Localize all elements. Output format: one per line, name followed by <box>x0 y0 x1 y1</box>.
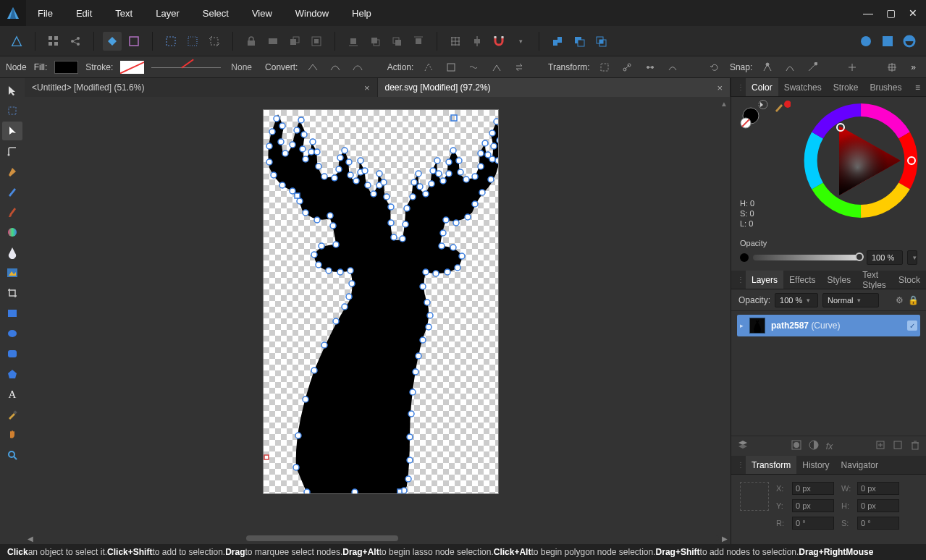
stroke-swatch[interactable] <box>120 61 144 74</box>
trash-icon[interactable] <box>910 440 920 452</box>
symbol-icon[interactable] <box>103 32 122 51</box>
ellipse-tool-icon[interactable] <box>2 324 22 343</box>
convert-smart-icon[interactable] <box>350 59 366 75</box>
anchor-selector[interactable] <box>740 482 769 511</box>
tab-history[interactable]: History <box>796 456 835 474</box>
grid-icon[interactable] <box>44 32 63 51</box>
layers-stack-icon[interactable] <box>737 439 749 453</box>
tab-stock[interactable]: Stock <box>893 271 926 289</box>
hand-tool-icon[interactable] <box>2 425 22 444</box>
share-icon[interactable] <box>66 32 85 51</box>
horiz-center-icon[interactable] <box>468 32 487 51</box>
polygon-tool-icon[interactable] <box>2 365 22 383</box>
snap-node-icon[interactable] <box>759 59 775 75</box>
close-curve-icon[interactable] <box>444 59 459 75</box>
close-tab-icon[interactable]: × <box>364 82 370 93</box>
insert-inside-icon[interactable] <box>307 32 326 51</box>
w-field[interactable] <box>857 482 899 495</box>
pen-tool-icon[interactable] <box>2 162 22 181</box>
panel-grip-icon[interactable]: ⋮⋮ <box>737 461 746 469</box>
tab-swatches[interactable]: Swatches <box>778 78 828 96</box>
artboard[interactable] <box>264 110 498 493</box>
persona-export-icon[interactable] <box>900 32 919 51</box>
horizontal-scrollbar[interactable]: ◀ ▶ <box>25 533 731 544</box>
document-tab-1[interactable]: <Untitled> [Modified] (51.6%) × <box>25 78 378 97</box>
break-curve-icon[interactable] <box>421 59 436 75</box>
lock-icon[interactable]: 🔒 <box>908 295 919 305</box>
canvas[interactable]: ▲ <box>25 97 731 533</box>
corner-tool-icon[interactable] <box>2 142 22 161</box>
node-tool-icon[interactable] <box>2 122 22 140</box>
boolean-add-icon[interactable] <box>548 32 567 51</box>
add-layer-icon[interactable] <box>875 440 885 452</box>
window-close-icon[interactable]: ✕ <box>909 7 917 19</box>
menu-select[interactable]: Select <box>191 0 240 26</box>
opacity-value-field[interactable]: 100 % <box>867 250 903 265</box>
tab-effects[interactable]: Effects <box>783 271 821 289</box>
scroll-left-arrow-icon[interactable]: ◀ <box>25 535 36 543</box>
smooth-curve-icon[interactable] <box>466 59 481 75</box>
close-tab-icon[interactable]: × <box>717 82 723 93</box>
opacity-dropdown-icon[interactable]: ▾ <box>907 250 917 265</box>
menu-view[interactable]: View <box>240 0 284 26</box>
app-menu-icon[interactable] <box>7 32 26 51</box>
transform-mode-icon[interactable] <box>597 59 613 75</box>
tab-text-styles[interactable]: Text Styles <box>856 271 893 289</box>
assets-icon[interactable] <box>125 32 143 51</box>
tab-layers[interactable]: Layers <box>746 271 783 289</box>
forward-one-icon[interactable] <box>387 32 406 51</box>
blend-mode-combo[interactable]: Normal▾ <box>822 293 879 307</box>
eyedropper-tool-icon[interactable] <box>2 405 22 424</box>
tab-stroke[interactable]: Stroke <box>828 78 864 96</box>
adjustment-icon[interactable] <box>809 440 819 452</box>
refresh-icon[interactable] <box>707 59 723 75</box>
menu-text[interactable]: Text <box>104 0 144 26</box>
snap-pixel-icon[interactable] <box>884 59 899 75</box>
show-handles-icon[interactable] <box>620 59 635 75</box>
rectangle-tool-icon[interactable] <box>2 304 22 323</box>
color-wheel[interactable] <box>803 103 919 219</box>
back-one-icon[interactable] <box>366 32 384 51</box>
convert-sharp-icon[interactable] <box>305 59 320 75</box>
move-tool-icon[interactable] <box>2 81 22 100</box>
zoom-tool-icon[interactable] <box>2 446 22 464</box>
rounded-rect-tool-icon[interactable] <box>2 344 22 363</box>
layer-row[interactable]: ▸ path2587 (Curve) ✓ <box>737 315 920 336</box>
brush-tool-icon[interactable] <box>2 203 22 221</box>
reverse-curve-icon[interactable] <box>511 59 526 75</box>
menu-help[interactable]: Help <box>340 0 383 26</box>
pencil-tool-icon[interactable] <box>2 182 22 201</box>
snap-handle-icon[interactable] <box>805 59 820 75</box>
snap-options-icon[interactable]: ▾ <box>511 32 530 51</box>
window-maximize-icon[interactable]: ▢ <box>886 7 896 19</box>
fx-icon[interactable]: fx <box>826 441 833 451</box>
opacity-slider[interactable] <box>753 255 862 260</box>
document-tab-2[interactable]: deer.svg [Modified] (97.2%) × <box>378 78 731 97</box>
fill-stroke-selector[interactable] <box>738 100 775 129</box>
menu-window[interactable]: Window <box>284 0 340 26</box>
layer-opacity-field[interactable]: 100 %▾ <box>775 293 818 307</box>
tab-brushes[interactable]: Brushes <box>864 78 907 96</box>
gear-icon[interactable]: ⚙ <box>896 295 904 305</box>
artboard-tool-icon[interactable] <box>2 101 22 120</box>
tab-styles[interactable]: Styles <box>822 271 857 289</box>
scroll-up-arrow-icon[interactable]: ▲ <box>720 100 728 108</box>
menu-file[interactable]: File <box>26 0 64 26</box>
insert-behind-icon[interactable] <box>285 32 304 51</box>
eyedropper-icon[interactable] <box>773 100 791 114</box>
snap-geometry-icon[interactable] <box>782 59 797 75</box>
panel-grip-icon[interactable]: ⋮⋮ <box>737 83 746 91</box>
s-field[interactable] <box>857 517 899 530</box>
stroke-width-slider[interactable] <box>151 61 221 74</box>
tab-navigator[interactable]: Navigator <box>835 456 884 474</box>
move-front-icon[interactable] <box>409 32 428 51</box>
snap-magnet-icon[interactable] <box>489 32 508 51</box>
h-field[interactable] <box>857 499 899 512</box>
hide-children-icon[interactable] <box>264 32 282 51</box>
tab-color[interactable]: Color <box>746 78 778 96</box>
text-tool-icon[interactable]: A <box>2 385 22 404</box>
marquee-dashed-icon[interactable] <box>161 32 180 51</box>
gradient-tool-icon[interactable] <box>2 223 22 242</box>
marquee-dotted-icon[interactable] <box>183 32 202 51</box>
crop-marquee-icon[interactable] <box>205 32 224 51</box>
